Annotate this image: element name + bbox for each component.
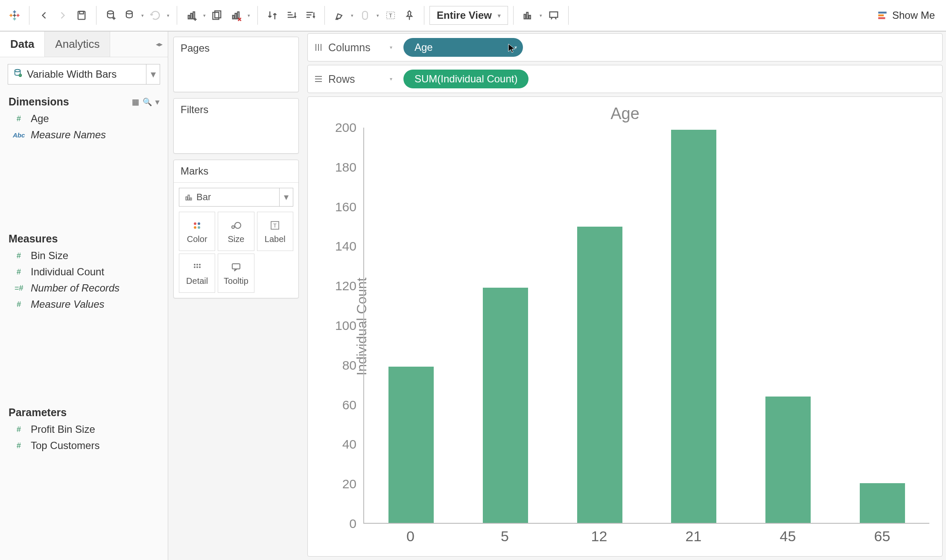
cards-dropdown-icon[interactable]: ▾ xyxy=(537,13,544,18)
rows-shelf[interactable]: Rows ▾ SUM(Individual Count) xyxy=(307,65,943,93)
refresh-dropdown-icon[interactable]: ▾ xyxy=(165,13,172,18)
svg-rect-11 xyxy=(79,12,83,14)
bar[interactable] xyxy=(483,288,528,523)
field-individual-count[interactable]: #Individual Count xyxy=(0,264,168,280)
detail-icon xyxy=(193,261,202,274)
show-me-icon xyxy=(877,10,888,21)
chevron-down-icon[interactable]: ▾ xyxy=(390,44,392,50)
chevron-down-icon[interactable]: ▾ xyxy=(146,64,160,84)
tableau-logo-icon[interactable] xyxy=(5,6,24,25)
plot-area xyxy=(363,128,929,524)
shelves-pane: Pages Filters Marks Bar ▾ Color Size xyxy=(168,32,304,560)
sort-desc-button[interactable] xyxy=(301,6,319,25)
refresh-button[interactable] xyxy=(146,6,165,25)
field-measure-values[interactable]: #Measure Values xyxy=(0,296,168,312)
mark-type-selector[interactable]: Bar ▾ xyxy=(179,188,293,207)
field-bin-size[interactable]: #Bin Size xyxy=(0,248,168,264)
svg-rect-18 xyxy=(193,12,195,19)
pages-shelf[interactable]: Pages xyxy=(173,37,299,92)
new-ws-dropdown-icon[interactable]: ▾ xyxy=(201,13,208,18)
menu-icon[interactable]: ▾ xyxy=(155,97,159,107)
svg-point-57 xyxy=(235,222,241,228)
measures-header: Measures xyxy=(0,228,168,248)
show-cards-button[interactable] xyxy=(519,6,537,25)
tooltip-icon xyxy=(231,261,241,274)
sort-asc-button[interactable] xyxy=(282,6,301,25)
search-icon[interactable]: 🔍 xyxy=(143,97,152,107)
svg-rect-38 xyxy=(524,15,526,19)
swap-button[interactable] xyxy=(263,6,282,25)
rows-pill-sum-individual-count[interactable]: SUM(Individual Count) xyxy=(403,70,528,88)
bar[interactable] xyxy=(388,367,434,523)
columns-shelf[interactable]: Columns ▾ Age ▾ xyxy=(307,33,943,61)
parameters-header: Parameters xyxy=(0,402,168,421)
clear-sheet-button[interactable] xyxy=(227,6,245,25)
group-dropdown-icon[interactable]: ▾ xyxy=(374,13,381,18)
show-me-label: Show Me xyxy=(892,9,935,21)
clear-dropdown-icon[interactable]: ▾ xyxy=(245,13,252,18)
tab-analytics[interactable]: Analytics xyxy=(45,32,110,57)
presentation-button[interactable] xyxy=(544,6,563,25)
marks-detail[interactable]: Detail xyxy=(179,254,215,293)
y-tick: 160 xyxy=(335,200,356,214)
duplicate-sheet-button[interactable] xyxy=(208,6,227,25)
fit-label: Entire View xyxy=(437,9,492,21)
y-tick: 60 xyxy=(342,398,356,412)
y-tick: 80 xyxy=(342,358,356,373)
tab-sort-icon[interactable]: ◂▸ xyxy=(151,32,168,57)
new-datasource-button[interactable] xyxy=(102,6,120,25)
dimensions-header: Dimensions ▦ 🔍 ▾ xyxy=(0,91,168,111)
columns-pill-age[interactable]: Age ▾ xyxy=(403,38,523,57)
field-age[interactable]: #Age xyxy=(0,111,168,127)
bar[interactable] xyxy=(765,397,811,523)
svg-rect-46 xyxy=(878,17,885,19)
labels-button[interactable]: T xyxy=(381,6,400,25)
toolbar: ▾ ▾ ▾ ▾ ▾ ▾ T Entire View ▾ ▾ Show Me xyxy=(0,0,946,32)
view-list-icon[interactable]: ▦ xyxy=(132,97,139,107)
pause-updates-button[interactable] xyxy=(120,6,139,25)
view-area: Columns ▾ Age ▾ Rows ▾ SUM(Individual Co… xyxy=(304,32,946,560)
svg-point-54 xyxy=(194,226,196,229)
pin-button[interactable] xyxy=(400,6,419,25)
save-button[interactable] xyxy=(72,6,91,25)
field-top-customers[interactable]: #Top Customers xyxy=(0,438,168,454)
tab-data[interactable]: Data xyxy=(0,32,45,57)
field-number-of-records[interactable]: =#Number of Records xyxy=(0,280,168,296)
chevron-down-icon[interactable]: ▾ xyxy=(390,76,392,82)
rows-label: Rows xyxy=(328,73,355,85)
pause-dropdown-icon[interactable]: ▾ xyxy=(139,13,146,18)
x-tick: 21 xyxy=(686,528,702,545)
chart-title: Age xyxy=(308,97,942,125)
forward-button[interactable] xyxy=(53,6,72,25)
svg-text:T: T xyxy=(273,222,277,229)
y-tick: 20 xyxy=(342,477,356,491)
x-tick: 5 xyxy=(501,528,509,545)
x-tick: 65 xyxy=(874,528,891,545)
group-button[interactable] xyxy=(356,6,374,25)
bar[interactable] xyxy=(671,130,716,523)
bar[interactable] xyxy=(577,227,622,523)
marks-size[interactable]: Size xyxy=(218,212,254,251)
chevron-down-icon[interactable]: ▾ xyxy=(514,44,517,50)
highlight-dropdown-icon[interactable]: ▾ xyxy=(349,13,356,18)
field-profit-bin-size[interactable]: #Profit Bin Size xyxy=(0,421,168,438)
field-measure-names[interactable]: AbcMeasure Names xyxy=(0,127,168,143)
svg-rect-16 xyxy=(188,15,190,19)
show-me-button[interactable]: Show Me xyxy=(871,9,941,21)
mark-type-label: Bar xyxy=(196,192,211,203)
y-tick: 200 xyxy=(335,120,356,135)
bar[interactable] xyxy=(860,483,905,523)
svg-rect-39 xyxy=(526,12,528,19)
highlight-button[interactable] xyxy=(330,6,349,25)
y-tick: 140 xyxy=(335,239,356,254)
fit-selector[interactable]: Entire View ▾ xyxy=(429,6,508,25)
filters-shelf[interactable]: Filters xyxy=(173,98,299,154)
datasource-selector[interactable]: Variable Width Bars ▾ xyxy=(8,64,160,85)
chevron-down-icon[interactable]: ▾ xyxy=(279,188,293,206)
marks-tooltip[interactable]: Tooltip xyxy=(218,254,254,293)
y-tick: 40 xyxy=(342,437,356,452)
marks-label[interactable]: T Label xyxy=(257,212,293,251)
marks-color[interactable]: Color xyxy=(179,212,215,251)
new-worksheet-button[interactable] xyxy=(182,6,201,25)
back-button[interactable] xyxy=(35,6,53,25)
